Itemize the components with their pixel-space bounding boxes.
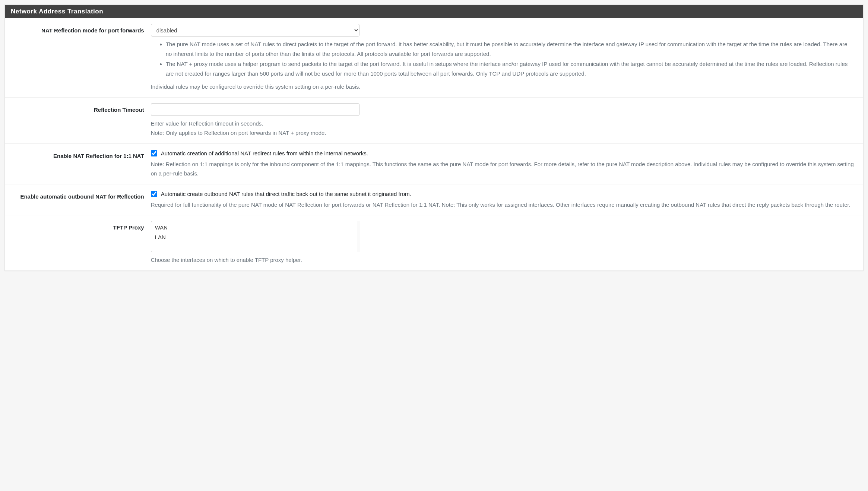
label-reflection-timeout: Reflection Timeout (5, 103, 151, 138)
label-nat-reflection-mode: NAT Reflection mode for port forwards (5, 24, 151, 92)
checkbox-row-1to1: Automatic creation of additional NAT red… (151, 150, 854, 156)
help-nat-reflection-mode: The pure NAT mode uses a set of NAT rule… (151, 39, 854, 92)
content-auto-outbound: Automatic create outbound NAT rules that… (151, 190, 863, 210)
help-bullet-pure-nat: The pure NAT mode uses a set of NAT rule… (166, 39, 854, 58)
help-reflection-timeout: Enter value for Reflection timeout in se… (151, 119, 854, 138)
help-nat-reflection-1to1: Note: Reflection on 1:1 mappings is only… (151, 159, 854, 178)
input-reflection-timeout[interactable] (151, 103, 359, 116)
help-text-outbound: Required for full functionality of the p… (151, 200, 854, 210)
nat-panel: Network Address Translation NAT Reflecti… (4, 4, 864, 271)
field-auto-outbound: Enable automatic outbound NAT for Reflec… (5, 184, 863, 216)
checkbox-row-outbound: Automatic create outbound NAT rules that… (151, 191, 854, 197)
help-tftp-proxy: Choose the interfaces on which to enable… (151, 255, 854, 265)
option-wan[interactable]: WAN (154, 223, 357, 232)
help-text-1to1: Note: Reflection on 1:1 mappings is only… (151, 159, 854, 178)
checkbox-label-outbound: Automatic create outbound NAT rules that… (161, 191, 411, 197)
label-auto-outbound: Enable automatic outbound NAT for Reflec… (5, 190, 151, 210)
help-bullet-nat-proxy: The NAT + proxy mode uses a helper progr… (166, 59, 854, 78)
content-reflection-timeout: Enter value for Reflection timeout in se… (151, 103, 863, 138)
help-line-enter-value: Enter value for Reflection timeout in se… (151, 119, 854, 129)
field-reflection-timeout: Reflection Timeout Enter value for Refle… (5, 98, 863, 144)
label-tftp-proxy: TFTP Proxy (5, 221, 151, 265)
checkbox-auto-outbound[interactable] (151, 191, 157, 197)
help-footer-override: Individual rules may be configured to ov… (151, 82, 854, 92)
help-list: The pure NAT mode uses a set of NAT rule… (151, 39, 854, 78)
select-nat-reflection-mode[interactable]: disabled (151, 24, 359, 37)
help-auto-outbound: Required for full functionality of the p… (151, 200, 854, 210)
field-tftp-proxy: TFTP Proxy WAN LAN Choose the interfaces… (5, 215, 863, 270)
option-lan[interactable]: LAN (154, 232, 357, 242)
label-nat-reflection-1to1: Enable NAT Reflection for 1:1 NAT (5, 149, 151, 178)
field-nat-reflection-mode: NAT Reflection mode for port forwards di… (5, 18, 863, 98)
checkbox-nat-reflection-1to1[interactable] (151, 150, 157, 156)
field-nat-reflection-1to1: Enable NAT Reflection for 1:1 NAT Automa… (5, 144, 863, 184)
content-tftp-proxy: WAN LAN Choose the interfaces on which t… (151, 221, 863, 265)
checkbox-label-1to1: Automatic creation of additional NAT red… (161, 150, 368, 156)
panel-title: Network Address Translation (5, 5, 863, 18)
multiselect-tftp-proxy[interactable]: WAN LAN (151, 221, 360, 252)
help-line-note: Note: Only applies to Reflection on port… (151, 128, 854, 138)
help-text-tftp: Choose the interfaces on which to enable… (151, 255, 854, 265)
content-nat-reflection-1to1: Automatic creation of additional NAT red… (151, 149, 863, 178)
content-nat-reflection-mode: disabled The pure NAT mode uses a set of… (151, 24, 863, 92)
scrollbar-track[interactable] (357, 221, 360, 252)
